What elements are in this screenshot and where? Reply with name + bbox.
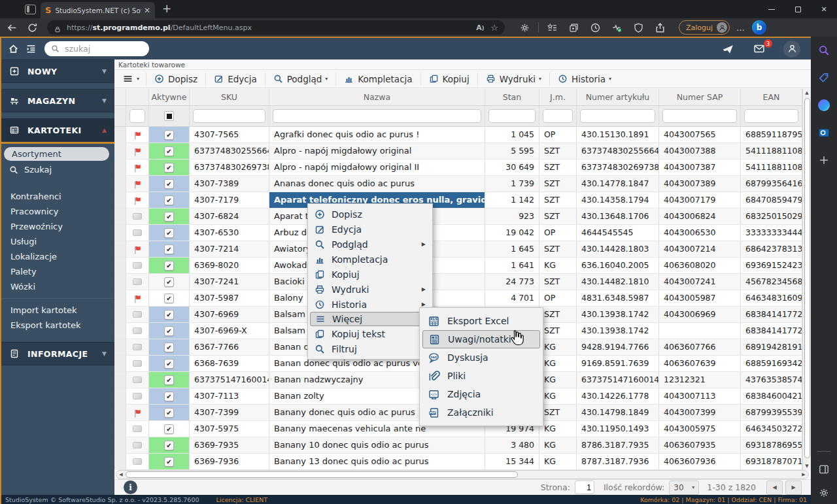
checked-checkbox[interactable]: ✔ (164, 179, 174, 189)
table-row[interactable]: ✔4307-7389Ananas donec quis odio ac puru… (114, 176, 802, 192)
sidebar-item-asortyment[interactable]: Asortyment (4, 147, 109, 161)
flag-cell[interactable] (126, 176, 149, 192)
checked-checkbox[interactable]: ✔ (164, 457, 174, 467)
extensions-icon[interactable] (519, 22, 530, 33)
flag-cell[interactable] (126, 307, 149, 323)
flag-cell[interactable] (126, 160, 149, 176)
flag-cell[interactable] (126, 356, 149, 372)
checked-checkbox[interactable]: ✔ (164, 343, 174, 352)
filter-input-jm[interactable] (543, 109, 573, 123)
add-icon[interactable] (818, 154, 830, 166)
column-header-artykul[interactable]: Numer artykułu (577, 89, 659, 106)
sidebar-section-magazyn[interactable]: MAGAZYN▼ (1, 89, 114, 112)
flag-cell[interactable] (126, 405, 149, 421)
window-maximize-button[interactable] (785, 0, 811, 18)
settings-icon[interactable] (818, 487, 830, 499)
menu-item-edycja[interactable]: Edycja (310, 222, 430, 237)
checked-checkbox[interactable]: ✔ (164, 359, 174, 369)
toolbar-button-dopisz[interactable]: Dopisz (146, 73, 205, 86)
checked-checkbox[interactable]: ✔ (164, 277, 174, 287)
essentials-icon[interactable] (611, 22, 623, 33)
flag-cell[interactable] (126, 127, 149, 143)
copilot-icon[interactable] (818, 99, 830, 111)
checked-checkbox[interactable]: ✔ (164, 130, 174, 140)
flag-cell[interactable] (126, 339, 149, 356)
filter-input-stan[interactable] (488, 109, 536, 123)
bing-icon[interactable]: b (752, 20, 766, 35)
panel-icon[interactable] (818, 463, 830, 475)
menu-item-kopiuj-tekst[interactable]: Kopiuj tekst (310, 326, 430, 341)
filter-input-nazwa[interactable] (273, 109, 481, 123)
toolbar-button-kopiuj[interactable]: Kopiuj (420, 73, 477, 86)
name-cell[interactable]: Ananas donec quis odio ac purus (269, 176, 485, 192)
column-header-jm[interactable]: J.m. (539, 89, 577, 106)
flag-cell[interactable] (126, 274, 149, 290)
table-row[interactable]: ✔4307-7241Bacioki no24 773SZT430.14482.1… (114, 274, 802, 290)
favorite-star-icon[interactable]: ☆ (490, 23, 498, 33)
browser-profile-button[interactable]: Zaloguj (679, 20, 730, 35)
tab-workspaces-icon[interactable] (25, 5, 36, 14)
menu-item-kompletacja[interactable]: Kompletacja (310, 252, 430, 267)
column-header-sku[interactable]: SKU (190, 89, 269, 106)
toolbar-button-edycja[interactable]: Edycja (205, 73, 265, 86)
column-header-flag[interactable] (126, 89, 149, 106)
next-page-button[interactable]: ▶ (785, 480, 802, 495)
toolbar-button-kompletacja[interactable]: Kompletacja (335, 73, 420, 86)
user-menu-button[interactable] (783, 41, 800, 58)
column-header-nazwa[interactable]: Nazwa (269, 89, 485, 106)
scroll-right-icon[interactable]: ▶ (799, 472, 808, 477)
vertical-scrollbar[interactable]: ▲ ▼ (802, 89, 811, 470)
table-row[interactable]: ✔6373748302697388Alpro - napój migdałowy… (114, 160, 802, 176)
menu-item-wydruki[interactable]: Wydruki▶ (310, 282, 430, 297)
checked-checkbox[interactable]: ✔ (164, 244, 174, 254)
sidebar-item-kontrahenci[interactable]: Kontrahenci (1, 189, 114, 204)
checked-checkbox[interactable]: ✔ (164, 326, 174, 336)
toolbar-button-wydruki[interactable]: Wydruki▾ (477, 73, 549, 86)
grid-menu-button[interactable]: ▾ (114, 73, 146, 84)
vertical-scroll-thumb[interactable] (804, 98, 810, 458)
checked-checkbox[interactable]: ✔ (164, 195, 174, 205)
table-row[interactable]: ✔4307-7214Awiatory d1 645SZT430.14428.18… (114, 241, 802, 258)
column-header-stan[interactable]: Stan (485, 89, 539, 106)
back-icon[interactable] (7, 22, 18, 33)
page-number-input[interactable] (575, 480, 594, 494)
scroll-up-icon[interactable]: ▲ (803, 89, 811, 97)
sidebar-item-lokalizacje[interactable]: Lokalizacje (1, 249, 114, 264)
flag-cell[interactable] (126, 143, 149, 160)
checked-checkbox[interactable]: ✔ (164, 424, 174, 434)
browser-menu-icon[interactable]: … (736, 23, 745, 33)
filter-input-artykul[interactable] (580, 109, 655, 123)
checked-checkbox[interactable]: ✔ (164, 261, 174, 271)
sidebar-item-eksport-kartotek[interactable]: Eksport kartotek (1, 318, 114, 333)
capture-icon[interactable] (633, 22, 644, 33)
history-icon[interactable] (590, 22, 601, 33)
toolbar-button-historia[interactable]: Historia▾ (549, 73, 619, 86)
checked-checkbox[interactable]: ✔ (164, 212, 174, 222)
flag-cell[interactable] (126, 192, 149, 209)
sidebar-item-przewo-nicy[interactable]: Przewoźnicy (1, 219, 114, 234)
checked-checkbox[interactable]: ✔ (164, 163, 174, 173)
indeterminate-checkbox-icon[interactable] (164, 111, 174, 121)
flag-cell[interactable] (126, 388, 149, 405)
shopping-icon[interactable] (818, 72, 830, 84)
flag-cell[interactable] (126, 454, 149, 470)
submenu-item-eksport-excel[interactable]: XLSEksport Excel (422, 312, 540, 330)
flag-cell[interactable] (126, 323, 149, 339)
submenu-item-zdj-cia[interactable]: </>Zdjęcia (422, 385, 540, 403)
table-row[interactable]: ✔4307-7179Aparat telefoniczny donec eros… (114, 192, 802, 209)
sidebar-item-szukaj[interactable]: Szukaj (1, 162, 114, 177)
submenu-item-za-czniki[interactable]: PDFZałączniki (422, 403, 540, 422)
favorites-list-icon[interactable] (547, 22, 558, 33)
menu-item-dopisz[interactable]: Dopisz (310, 207, 430, 222)
menu-item-historia[interactable]: Historia▶ (310, 297, 430, 312)
global-search-input[interactable]: szukaj (44, 41, 149, 56)
flag-cell[interactable] (126, 258, 149, 274)
sidebar-section-nowy[interactable]: NOWY▼ (1, 59, 114, 83)
checked-checkbox[interactable]: ✔ (164, 441, 174, 450)
read-aloud-icon[interactable]: A) (476, 24, 484, 32)
flag-cell[interactable] (126, 290, 149, 307)
new-tab-button[interactable]: + (162, 2, 171, 15)
name-cell[interactable]: Alpro - napój migdałowy original (269, 143, 485, 160)
browser-tab[interactable]: S StudioSystem.NET (c) SoftwareSt ✕ (41, 2, 155, 18)
messages-button[interactable]: 3 (752, 43, 766, 54)
